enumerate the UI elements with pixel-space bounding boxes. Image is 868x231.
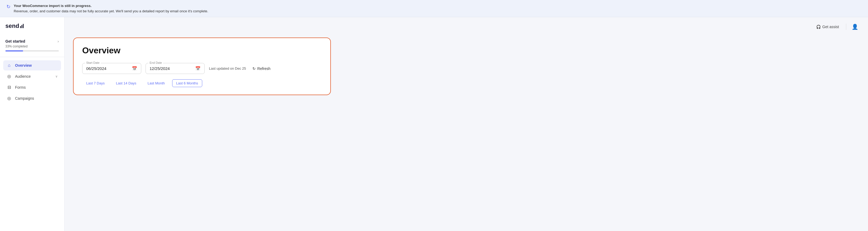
get-started-section[interactable]: Get started › 33% completed: [0, 36, 64, 57]
home-icon: ⌂: [6, 63, 12, 68]
sidebar-item-forms[interactable]: ⊟ Forms: [3, 82, 61, 92]
get-started-header: Get started ›: [5, 39, 59, 43]
user-account-button[interactable]: 👤: [850, 23, 859, 31]
last-updated-text: Last updated on Dec 25: [209, 67, 246, 71]
date-filters: Last 7 Days Last 14 Days Last Month Last…: [82, 79, 322, 87]
refresh-button[interactable]: ↻ Refresh: [250, 65, 273, 72]
end-date-calendar-icon: 📅: [195, 66, 200, 71]
logo: send: [0, 23, 64, 36]
refresh-icon: ↻: [252, 67, 256, 71]
start-date-field[interactable]: Start Date 06/25/2024 📅: [82, 63, 141, 74]
import-banner: ↻ Your WooCommerce import is still in pr…: [0, 0, 868, 17]
sidebar: send Get started › 33% completed ⌂ Overv…: [0, 17, 64, 231]
main-content: 🎧 Get assist 👤 Overview Start Date 06/25…: [64, 17, 868, 231]
progress-bar-background: [5, 50, 59, 51]
logo-bars: [20, 24, 24, 28]
end-date-value: 12/25/2024: [150, 66, 170, 71]
headset-icon: 🎧: [816, 25, 821, 29]
main-header: 🎧 Get assist 👤: [73, 23, 859, 32]
get-started-chevron-icon: ›: [58, 39, 59, 43]
start-date-value: 06/25/2024: [86, 66, 106, 71]
get-started-title: Get started: [5, 39, 25, 43]
sidebar-item-campaigns[interactable]: ◎ Campaigns: [3, 93, 61, 104]
user-icon: 👤: [851, 24, 858, 30]
end-date-field[interactable]: End Date 12/25/2024 📅: [146, 63, 205, 74]
filter-last14-button[interactable]: Last 14 Days: [112, 79, 141, 87]
sync-icon: ↻: [6, 4, 10, 10]
date-row: Start Date 06/25/2024 📅 End Date 12/25/2…: [82, 63, 322, 74]
get-started-subtitle: 33% completed: [5, 44, 59, 48]
overview-card: Overview Start Date 06/25/2024 📅 End Dat…: [73, 38, 331, 95]
sidebar-item-overview[interactable]: ⌂ Overview: [3, 60, 61, 71]
start-date-label: Start Date: [85, 61, 101, 64]
end-date-label: End Date: [149, 61, 163, 64]
nav-items: ⌂ Overview ◎ Audience ∨ ⊟ Forms ◎ Campai…: [0, 60, 64, 226]
campaigns-icon: ◎: [6, 96, 12, 101]
start-date-calendar-icon: 📅: [132, 66, 137, 71]
overview-title: Overview: [82, 45, 322, 55]
sidebar-item-campaigns-label: Campaigns: [15, 96, 58, 101]
sidebar-item-forms-label: Forms: [15, 85, 58, 89]
filter-lastmonth-button[interactable]: Last Month: [144, 79, 169, 87]
filter-last6months-button[interactable]: Last 6 Months: [172, 79, 202, 87]
sidebar-item-overview-label: Overview: [15, 63, 58, 68]
forms-icon: ⊟: [6, 85, 12, 90]
get-assist-button[interactable]: 🎧 Get assist: [813, 23, 842, 31]
sidebar-item-audience[interactable]: ◎ Audience ∨: [3, 71, 61, 81]
progress-bar-fill: [5, 50, 23, 51]
banner-message: Your WooCommerce import is still in prog…: [14, 3, 208, 14]
filter-last7-button[interactable]: Last 7 Days: [82, 79, 109, 87]
audience-icon: ◎: [6, 74, 12, 79]
sidebar-item-audience-label: Audience: [15, 74, 52, 79]
audience-chevron-icon: ∨: [55, 75, 58, 78]
